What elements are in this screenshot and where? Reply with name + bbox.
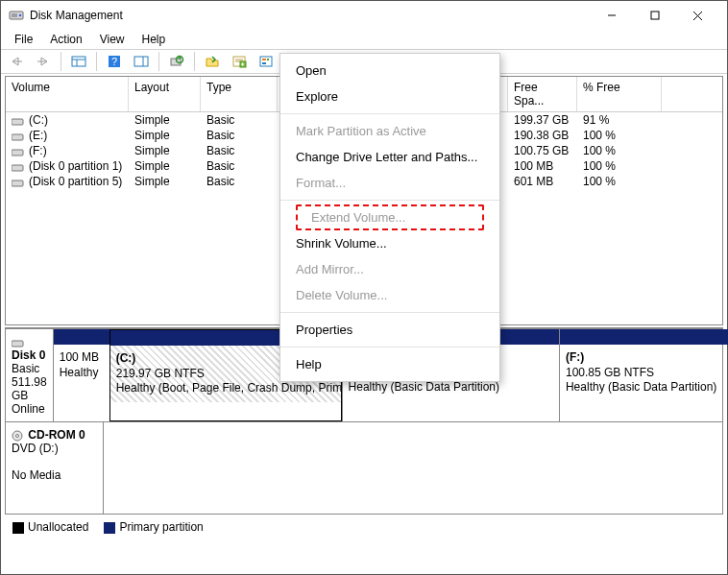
forward-button[interactable]: [32, 51, 55, 72]
title-bar: Disk Management: [1, 1, 727, 30]
svg-rect-9: [72, 57, 85, 66]
minimize-button[interactable]: [590, 1, 633, 30]
svg-rect-27: [267, 59, 269, 60]
ctx-shrink-volume[interactable]: Shrink Volume...: [280, 230, 499, 256]
svg-rect-14: [134, 57, 148, 66]
open-icon[interactable]: [201, 51, 224, 72]
ctx-change-drive-letter[interactable]: Change Drive Letter and Paths...: [280, 144, 499, 170]
svg-rect-26: [262, 62, 266, 64]
volume-name: (Disk 0 partition 1): [29, 159, 122, 173]
maximize-button[interactable]: [633, 1, 676, 30]
ctx-explore[interactable]: Explore: [280, 84, 499, 109]
refresh-icon[interactable]: [165, 51, 188, 72]
swatch-primary: [104, 522, 115, 534]
ctx-properties[interactable]: Properties: [280, 317, 499, 343]
menu-bar: File Action View Help: [1, 30, 727, 49]
menu-file[interactable]: File: [7, 31, 40, 48]
ctx-add-mirror: Add Mirror...: [280, 256, 499, 282]
svg-rect-24: [260, 57, 272, 66]
app-icon: [9, 8, 24, 23]
svg-rect-29: [12, 134, 23, 140]
svg-rect-1: [12, 13, 17, 17]
cdrom-track: [104, 422, 722, 514]
svg-point-35: [16, 434, 19, 437]
svg-rect-31: [12, 165, 23, 171]
ctx-delete-volume: Delete Volume...: [280, 282, 499, 308]
disk-title: Disk 0: [12, 348, 45, 362]
show-hide-console-tree-button[interactable]: [67, 51, 90, 72]
properties-icon[interactable]: [228, 51, 251, 72]
col-type[interactable]: Type: [201, 77, 278, 111]
volume-name: (Disk 0 partition 5): [29, 175, 122, 188]
svg-rect-25: [262, 59, 266, 60]
disk-management-window: Disk Management File Action View Help ? …: [0, 0, 728, 575]
svg-rect-4: [651, 12, 659, 19]
legend: Unallocated Primary partition: [5, 515, 723, 539]
ctx-extend-volume-highlight: Extend Volume...: [296, 204, 484, 230]
svg-rect-30: [12, 150, 23, 156]
col-volume[interactable]: Volume: [6, 77, 129, 111]
context-menu: Open Explore Mark Partition as Active Ch…: [279, 53, 500, 382]
volume-name: (C:): [29, 113, 48, 127]
ctx-help[interactable]: Help: [280, 351, 499, 377]
help-button[interactable]: ?: [103, 51, 126, 72]
back-button[interactable]: [5, 51, 28, 72]
cdrom-row: CD-ROM 0 DVD (D:) No Media: [5, 422, 723, 515]
close-button[interactable]: [676, 1, 719, 30]
ctx-open[interactable]: Open: [280, 58, 499, 84]
volume-name: (E:): [29, 129, 47, 142]
cdrom-title: CD-ROM 0: [28, 428, 85, 442]
partition-block[interactable]: 100 MBHealthy: [54, 329, 109, 421]
svg-rect-33: [12, 341, 23, 347]
window-title: Disk Management: [30, 9, 590, 22]
disk-0-info[interactable]: Disk 0 Basic 511.98 GB Online: [6, 329, 54, 421]
ctx-mark-active: Mark Partition as Active: [280, 118, 499, 144]
volume-name: (F:): [29, 144, 47, 157]
svg-rect-32: [12, 180, 23, 186]
menu-help[interactable]: Help: [134, 31, 174, 48]
menu-view[interactable]: View: [92, 31, 133, 48]
cdrom-info[interactable]: CD-ROM 0 DVD (D:) No Media: [6, 422, 104, 514]
menu-action[interactable]: Action: [42, 31, 89, 48]
settings-icon[interactable]: [255, 51, 278, 72]
ctx-extend-volume: Extend Volume...: [311, 210, 469, 225]
swatch-unallocated: [12, 522, 24, 534]
svg-rect-28: [12, 119, 23, 125]
col-layout[interactable]: Layout: [129, 77, 201, 111]
ctx-format: Format...: [280, 170, 499, 196]
svg-point-2: [19, 14, 22, 17]
svg-text:?: ?: [111, 56, 117, 67]
partition-block-f[interactable]: (F:)100.85 GB NTFSHealthy (Basic Data Pa…: [559, 329, 728, 421]
show-hide-action-pane-button[interactable]: [130, 51, 153, 72]
col-free-space[interactable]: Free Spa...: [508, 77, 577, 111]
col-pct-free[interactable]: % Free: [577, 77, 662, 111]
